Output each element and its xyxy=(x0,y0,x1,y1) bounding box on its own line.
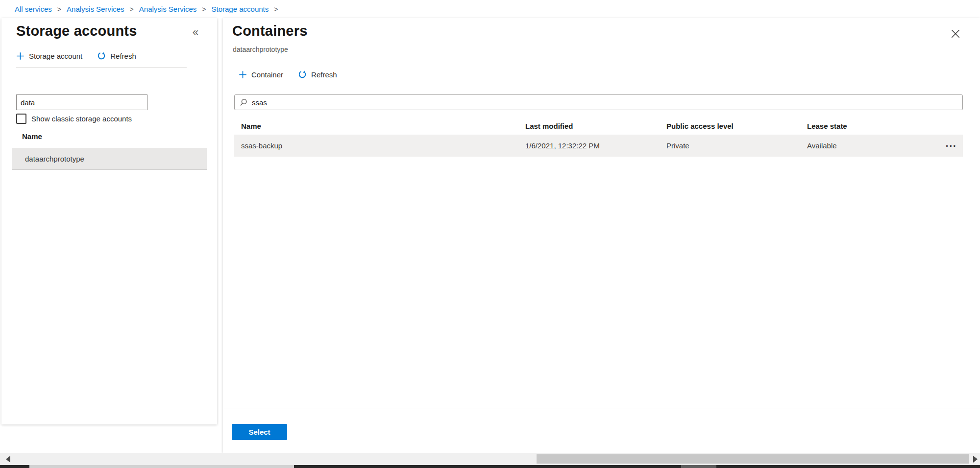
refresh-containers-button[interactable]: Refresh xyxy=(298,70,337,79)
add-storage-account-button[interactable]: Storage account xyxy=(16,52,82,60)
column-header-lease-state: Lease state xyxy=(807,122,963,130)
breadcrumb-separator: > xyxy=(130,5,134,13)
scroll-left-arrow-icon[interactable] xyxy=(6,456,10,463)
breadcrumb-separator: > xyxy=(274,5,278,13)
show-classic-accounts-option[interactable]: Show classic storage accounts xyxy=(16,114,132,124)
breadcrumb-link-analysis-services-2[interactable]: Analysis Services xyxy=(139,5,197,13)
refresh-icon xyxy=(97,51,106,60)
storage-accounts-title: Storage accounts xyxy=(16,23,137,39)
scroll-right-arrow-icon[interactable] xyxy=(973,456,978,463)
chevron-double-left-icon: « xyxy=(193,26,198,38)
bottom-strip-segment xyxy=(29,465,294,468)
breadcrumb-link-analysis-services-1[interactable]: Analysis Services xyxy=(67,5,124,13)
refresh-label: Refresh xyxy=(311,70,337,79)
containers-subtitle: dataarchprototype xyxy=(233,46,288,53)
container-search-box[interactable] xyxy=(234,94,963,110)
bottom-strip-segment xyxy=(681,465,716,468)
container-lease-state-cell: Available xyxy=(807,141,963,150)
container-row[interactable]: ssas-backup 1/6/2021, 12:32:22 PM Privat… xyxy=(234,135,963,157)
search-icon xyxy=(240,98,248,107)
containers-panel: Containers dataarchprototype Container R… xyxy=(223,18,980,453)
container-name-cell: ssas-backup xyxy=(241,141,525,150)
storage-account-filter-input[interactable] xyxy=(16,94,147,110)
close-icon xyxy=(950,28,962,39)
container-public-access-cell: Private xyxy=(666,141,807,150)
collapse-panel-button[interactable]: « xyxy=(193,27,198,38)
container-last-modified-cell: 1/6/2021, 12:32:22 PM xyxy=(525,141,666,150)
storage-accounts-toolbar: Storage account Refresh xyxy=(16,51,136,60)
breadcrumb-separator: > xyxy=(202,5,206,13)
breadcrumb-link-all-services[interactable]: All services xyxy=(15,5,52,13)
refresh-label: Refresh xyxy=(110,52,136,60)
column-header-public-access-level: Public access level xyxy=(666,122,807,130)
containers-toolbar: Container Refresh xyxy=(239,70,337,79)
refresh-icon xyxy=(298,70,307,79)
storage-accounts-panel: Storage accounts « Storage account Refre… xyxy=(1,18,217,424)
column-header-last-modified: Last modified xyxy=(525,122,666,130)
toolbar-divider xyxy=(16,68,187,68)
select-button[interactable]: Select xyxy=(232,424,287,440)
horizontal-scrollbar[interactable] xyxy=(0,453,980,465)
show-classic-label: Show classic storage accounts xyxy=(31,115,132,123)
name-column-header: Name xyxy=(22,132,42,140)
plus-icon xyxy=(16,52,24,60)
storage-account-row-selected[interactable]: dataarchprototype xyxy=(12,148,207,170)
horizontal-scrollbar-thumb[interactable] xyxy=(537,454,969,464)
breadcrumb-link-storage-accounts[interactable]: Storage accounts xyxy=(212,5,269,13)
more-icon: ••• xyxy=(946,142,957,149)
show-classic-checkbox[interactable] xyxy=(16,114,26,124)
row-context-menu-button[interactable]: ••• xyxy=(946,142,957,149)
add-container-label: Container xyxy=(251,70,283,79)
column-header-name: Name xyxy=(241,122,525,130)
add-storage-account-label: Storage account xyxy=(29,52,82,60)
containers-title: Containers xyxy=(232,23,307,39)
bottom-edge-strip xyxy=(0,465,980,468)
containers-table-header: Name Last modified Public access level L… xyxy=(234,117,963,134)
refresh-storage-accounts-button[interactable]: Refresh xyxy=(97,51,136,60)
breadcrumb-separator: > xyxy=(57,5,61,13)
footer-divider xyxy=(223,408,980,408)
close-button[interactable] xyxy=(950,28,962,40)
plus-icon xyxy=(239,70,247,79)
breadcrumb: All services > Analysis Services > Analy… xyxy=(0,0,980,18)
add-container-button[interactable]: Container xyxy=(239,70,283,79)
container-search-input[interactable] xyxy=(252,98,962,107)
